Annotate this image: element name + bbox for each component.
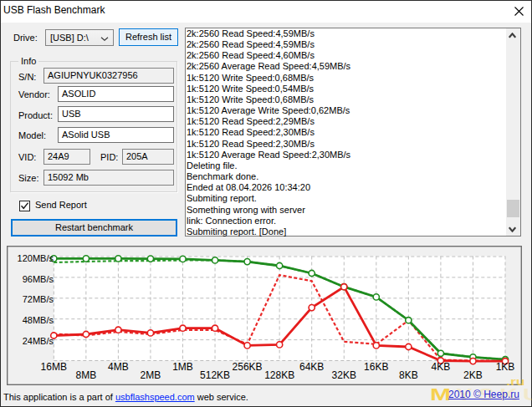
svg-text:120MB/s: 120MB/s <box>18 253 54 263</box>
svg-text:8MB: 8MB <box>76 369 97 381</box>
svg-text:8KB: 8KB <box>399 369 418 381</box>
svg-text:4KB: 4KB <box>432 361 451 373</box>
svg-text:64KB: 64KB <box>299 361 324 373</box>
svg-text:128KB: 128KB <box>264 369 294 381</box>
svg-text:1KB: 1KB <box>496 361 515 373</box>
svg-text:1MB: 1MB <box>172 361 193 373</box>
svg-text:48MB/s: 48MB/s <box>23 315 54 325</box>
svg-text:16MB: 16MB <box>41 361 67 373</box>
svg-text:72MB/s: 72MB/s <box>23 294 54 304</box>
svg-text:16KB: 16KB <box>364 361 388 373</box>
svg-text:2MB: 2MB <box>141 369 161 381</box>
svg-text:24MB/s: 24MB/s <box>23 336 54 346</box>
svg-text:256KB: 256KB <box>233 361 263 373</box>
svg-text:2KB: 2KB <box>463 369 483 381</box>
svg-text:512KB: 512KB <box>200 369 230 381</box>
svg-text:96MB/s: 96MB/s <box>23 274 54 284</box>
svg-text:32KB: 32KB <box>332 369 356 381</box>
svg-text:4MB: 4MB <box>108 361 129 373</box>
